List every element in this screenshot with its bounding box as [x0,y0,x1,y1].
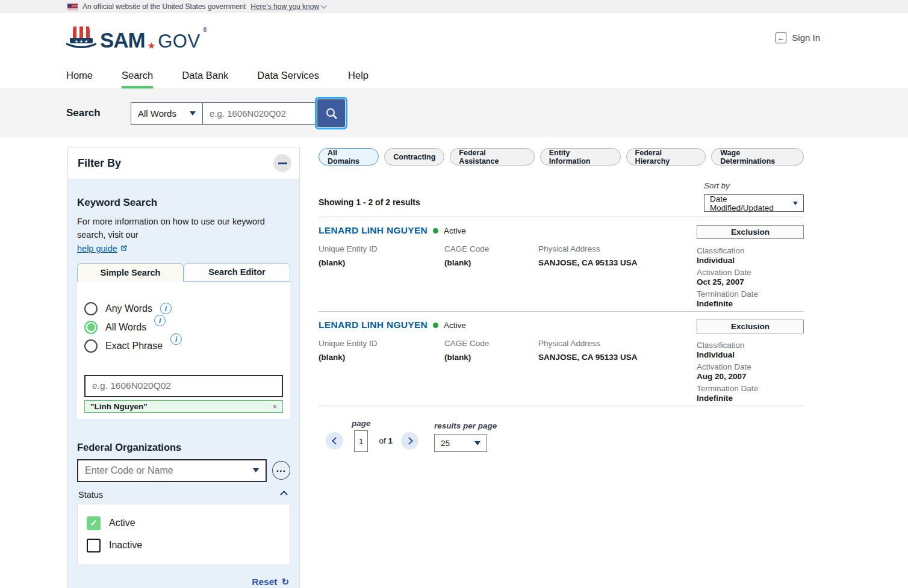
filter-header: Filter By [68,147,299,179]
result-title-link[interactable]: LENARD LINH NGUYEN [319,320,428,330]
field-label: Unique Entity ID [319,339,444,348]
field-label: CAGE Code [444,244,538,253]
field-value: Indefinite [697,299,804,308]
pill-all-domains[interactable]: All Domains [319,148,379,166]
close-icon[interactable] [272,402,277,411]
pill-contracting[interactable]: Contracting [384,148,444,166]
logo-text-gov: GOV [158,32,200,51]
radio-all-words[interactable]: All Words [84,321,283,334]
federal-org-more-button[interactable] [272,461,290,480]
pill-federal-hierarchy[interactable]: Federal Hierarchy [626,148,706,166]
field-label: Termination Date [697,289,804,299]
sign-in-button[interactable]: Sign In [776,32,820,43]
banner-link[interactable]: Here’s how you know [250,2,326,11]
page-label: page [352,419,371,428]
search-icon [325,107,338,120]
field-cage: CAGE Code (blank) [444,244,538,267]
radio-any-words[interactable]: Any Words [84,302,283,315]
checkbox-inactive[interactable]: Inactive [78,534,290,557]
field-value: (blank) [319,258,444,267]
status-label: Status [78,490,103,500]
help-guide-link[interactable]: help guide [77,244,128,253]
results-per-page-group: results per page 25 [434,421,497,452]
search-strip: Search All Words [0,89,908,137]
pagination: page of 1 results per page 25 [319,419,804,452]
chevron-down-icon [321,3,327,9]
field-label: CAGE Code [444,339,538,348]
federal-org-combobox[interactable]: Enter Code or Name [77,459,267,482]
result-status-label: Active [444,321,466,330]
external-link-icon [120,244,128,252]
field-uei: Unique Entity ID (blank) [319,244,444,267]
sign-in-label: Sign In [792,32,820,43]
logo-text-sam: SAM [100,29,145,51]
result-title-link[interactable]: LENARD LINH NGUYEN [319,225,428,236]
info-icon[interactable] [170,333,182,345]
field-activation-date: Activation Date Aug 20, 2007 [697,362,804,381]
next-page-button[interactable] [401,432,418,450]
status-dot-icon [433,228,438,234]
nav-item-data-services[interactable]: Data Services [257,62,319,88]
radio-any-words-label: Any Words [105,303,152,314]
results-list: LENARD LINH NGUYEN Active Unique Entity … [319,217,804,406]
filter-panel: Filter By Keyword Search For more inform… [67,147,300,588]
sort-select[interactable]: Date Modified/Updated [704,194,804,212]
applied-keyword-label: "Linh Nguyen" [90,402,148,411]
field-value: SANJOSE, CA 95133 USA [538,353,685,362]
nav-item-help[interactable]: Help [348,62,368,88]
status-options-box: Active Inactive [77,504,290,565]
search-button[interactable] [317,99,345,127]
field-label: Physical Address [538,244,685,253]
radio-icon [84,339,98,353]
us-flag-icon [67,4,78,10]
result-side: Exclusion Classification Individual Acti… [697,225,804,311]
pill-federal-assistance[interactable]: Federal Assistance [450,148,534,166]
radio-exact-phrase[interactable]: Exact Phrase [84,339,283,353]
sort-by-label: Sort by [704,181,804,190]
info-icon[interactable] [160,303,172,314]
collapse-minus-icon [278,162,287,164]
radio-exact-phrase-label: Exact Phrase [105,341,163,351]
field-label: Termination Date [697,384,804,393]
checkbox-active[interactable]: Active [78,512,290,534]
reset-button[interactable]: Reset [77,577,290,587]
field-value: SANJOSE, CA 95133 USA [538,258,685,267]
field-value: Individual [697,256,804,265]
sam-logo[interactable]: ★ ★ ★ SAM GOV ® [65,25,207,51]
nav-item-home[interactable]: Home [66,62,93,88]
radio-checked-icon [84,321,98,334]
pill-entity-information[interactable]: Entity Information [540,148,621,166]
info-icon[interactable] [154,315,166,326]
field-label: Activation Date [697,362,804,371]
search-mode-select[interactable]: All Words [131,102,203,125]
reset-icon [281,577,289,587]
field-value: Individual [697,350,804,359]
status-section-header: Status [77,490,290,504]
pill-wage-determinations[interactable]: Wage Determinations [711,148,804,166]
chevron-down-icon [253,468,259,472]
chevron-up-icon[interactable] [280,491,288,499]
result-card: LENARD LINH NGUYEN Active Unique Entity … [319,217,804,312]
result-card: LENARD LINH NGUYEN Active Unique Entity … [319,312,804,406]
field-value: (blank) [444,258,538,267]
field-value: (blank) [444,353,538,362]
field-value: Indefinite [697,394,804,403]
field-value: Oct 25, 2007 [697,277,804,286]
field-value: (blank) [319,353,444,362]
nav-item-search[interactable]: Search [122,62,153,88]
keyword-input[interactable] [84,375,283,397]
tab-search-editor[interactable]: Search Editor [184,263,290,282]
nav-item-data-bank[interactable]: Data Bank [182,62,228,88]
tab-simple-search[interactable]: Simple Search [77,263,184,282]
results-per-page-select[interactable]: 25 [434,434,487,452]
page-of-total: of 1 [379,436,393,445]
previous-page-button[interactable] [326,432,343,450]
search-input[interactable] [203,102,316,125]
total-pages: 1 [388,436,393,445]
filter-collapse-button[interactable] [273,154,291,172]
field-label: Unique Entity ID [319,244,444,253]
page-number-input[interactable] [354,430,368,452]
results-per-page-value: 25 [441,439,450,448]
keyword-search-description: For more information on how to use our k… [77,215,290,242]
result-status-label: Active [444,226,466,235]
